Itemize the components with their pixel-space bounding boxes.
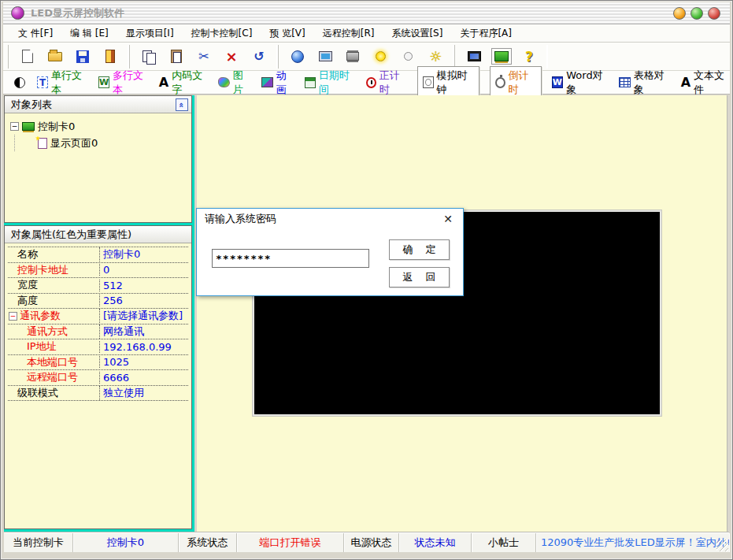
status-power-unknown: 状态未知 — [399, 533, 472, 552]
property-row[interactable]: 控制卡地址 0 — [8, 263, 188, 279]
property-row[interactable]: 宽度 512 — [8, 278, 188, 294]
tree-item-page[interactable]: 显示页面0 — [8, 135, 188, 151]
properties-title: 对象属性(红色为重要属性) — [11, 228, 131, 242]
single-text-icon: T — [37, 76, 48, 88]
dialog-close-icon[interactable]: ✕ — [439, 211, 457, 227]
property-row[interactable]: 级联模式 独立使用 — [8, 386, 188, 402]
menu-preview[interactable]: 预 览[V] — [262, 25, 312, 42]
password-input[interactable] — [212, 249, 369, 268]
copy-icon[interactable] — [141, 49, 157, 65]
maximize-button[interactable] — [690, 7, 703, 20]
undo-icon[interactable]: ↺ — [251, 49, 267, 65]
menu-remote-control[interactable]: 远程控制[R] — [316, 25, 382, 42]
paste-icon[interactable] — [168, 49, 184, 65]
object-tree: − 控制卡0 显示页面0 — [5, 113, 191, 156]
network-search-icon[interactable] — [290, 49, 305, 65]
brightness-icon[interactable]: ☼ — [428, 49, 443, 65]
letter-a-icon: A — [159, 75, 168, 90]
menu-bar: 文 件[F] 编 辑 [E] 显示项目[I] 控制卡控制[C] 预 览[V] 远… — [3, 24, 730, 43]
raw-text-button[interactable]: A 内码文字 — [159, 69, 208, 97]
object-list-header: 对象列表 « — [5, 96, 191, 113]
save-icon[interactable] — [75, 49, 91, 65]
status-system-error: 端口打开错误 — [237, 533, 344, 552]
property-row[interactable]: 名称 控制卡0 — [8, 247, 188, 263]
status-label-tips: 小帖士 — [472, 533, 536, 552]
tree-expander-icon[interactable]: − — [10, 122, 19, 131]
close-button[interactable] — [708, 7, 720, 20]
minimize-button[interactable] — [673, 7, 686, 20]
status-bar: 当前控制卡 控制卡0 系统状态 端口打开错误 电源状态 状态未知 小帖士 120… — [4, 532, 729, 552]
title-bar: LED显示屏控制软件 — [3, 2, 730, 24]
open-icon[interactable] — [47, 49, 63, 65]
status-label-power: 电源状态 — [344, 533, 399, 552]
dialog-title-bar: 请输入系统密码 ✕ — [197, 209, 463, 229]
status-label-system: 系统状态 — [179, 533, 237, 552]
text-file-button[interactable]: A 文本文件 — [681, 69, 730, 97]
left-sidebar: 对象列表 « − 控制卡0 显示页面0 对象属性(红 — [4, 95, 194, 532]
menu-edit[interactable]: 编 辑 [E] — [63, 25, 116, 42]
count-up-button[interactable]: 正计时 — [366, 69, 407, 97]
app-window: LED显示屏控制软件 文 件[F] 编 辑 [E] 显示项目[I] 控制卡控制[… — [0, 0, 733, 560]
table-object-button[interactable]: 表格对象 — [619, 69, 671, 97]
remote-computer-icon[interactable] — [317, 49, 333, 65]
window-controls — [673, 7, 730, 20]
property-row[interactable]: 通讯方式 网络通讯 — [8, 325, 188, 340]
menu-display-items[interactable]: 显示项目[I] — [119, 25, 181, 42]
main-toolbar: ✂ × ↺ ☼ ? — [3, 43, 730, 71]
help-icon[interactable]: ? — [521, 49, 537, 65]
yinyang-icon[interactable] — [13, 75, 27, 91]
edit-group: ✂ × ↺ — [129, 45, 278, 69]
status-current-card: 控制卡0 — [73, 533, 179, 552]
back-button[interactable]: 返 回 — [389, 267, 450, 287]
dialog-title: 请输入系统密码 — [205, 212, 276, 226]
property-row[interactable]: 远程端口号 6666 — [8, 370, 188, 386]
animation-button[interactable]: 动画 — [261, 69, 294, 97]
multi-text-icon: W — [98, 76, 109, 88]
bulb-on-icon[interactable] — [372, 49, 388, 65]
chip-icon[interactable] — [345, 49, 361, 65]
stopwatch-icon — [495, 77, 505, 88]
object-list-title: 对象列表 — [11, 98, 52, 112]
letter-a-icon: A — [681, 75, 690, 90]
single-line-text-button[interactable]: T 单行文本 — [37, 69, 88, 97]
object-list-panel: 对象列表 « − 控制卡0 显示页面0 — [4, 95, 192, 223]
resize-grip[interactable] — [716, 540, 728, 551]
cut-icon[interactable]: ✂ — [196, 49, 212, 65]
table-icon — [619, 77, 631, 87]
word-object-button[interactable]: W Word对象 — [552, 69, 609, 97]
menu-card-control[interactable]: 控制卡控制[C] — [184, 25, 260, 42]
menu-about[interactable]: 关于程序[A] — [453, 25, 519, 42]
controller-card-icon[interactable] — [494, 49, 509, 65]
analog-clock-button[interactable]: 模拟时钟 — [417, 66, 479, 99]
new-icon[interactable] — [20, 49, 35, 65]
bulb-off-icon[interactable] — [400, 49, 416, 65]
calendar-icon — [305, 77, 316, 88]
tree-connector — [14, 135, 35, 151]
property-row[interactable]: 本地端口号 1025 — [8, 355, 188, 371]
workspace — [197, 95, 727, 532]
image-button[interactable]: 图片 — [218, 69, 251, 97]
file-group — [8, 45, 129, 69]
status-ticker: 12090专业生产批发LED显示屏！室内外单双 — [536, 533, 729, 552]
ok-button[interactable]: 确 定 — [389, 239, 450, 260]
property-row[interactable]: 高度 256 — [8, 294, 188, 310]
menu-system-settings[interactable]: 系统设置[S] — [384, 25, 450, 42]
app-icon — [11, 6, 24, 20]
multi-line-text-button[interactable]: W 多行文本 — [98, 69, 149, 97]
group-expander-icon[interactable]: − — [9, 312, 17, 321]
property-row[interactable]: IP地址 192.168.0.99 — [8, 339, 188, 355]
exit-icon[interactable] — [102, 49, 118, 65]
screen-preview-icon[interactable] — [466, 49, 482, 65]
property-row-group[interactable]: − 通讯参数 [请选择通讯参数] — [8, 309, 188, 325]
word-icon: W — [552, 76, 564, 88]
menu-file[interactable]: 文 件[F] — [11, 25, 60, 42]
delete-icon[interactable]: × — [224, 49, 239, 65]
collapse-panel-button[interactable]: « — [176, 98, 188, 111]
view-group: ? — [454, 45, 548, 69]
tree-item-controller[interactable]: − 控制卡0 — [8, 118, 188, 135]
datetime-button[interactable]: 日期时间 — [305, 69, 356, 97]
analog-clock-icon — [423, 76, 434, 88]
password-dialog: 请输入系统密码 ✕ 确 定 返 回 — [196, 208, 464, 296]
display-page-icon — [38, 138, 47, 149]
countdown-button[interactable]: 倒计时 — [490, 66, 542, 99]
